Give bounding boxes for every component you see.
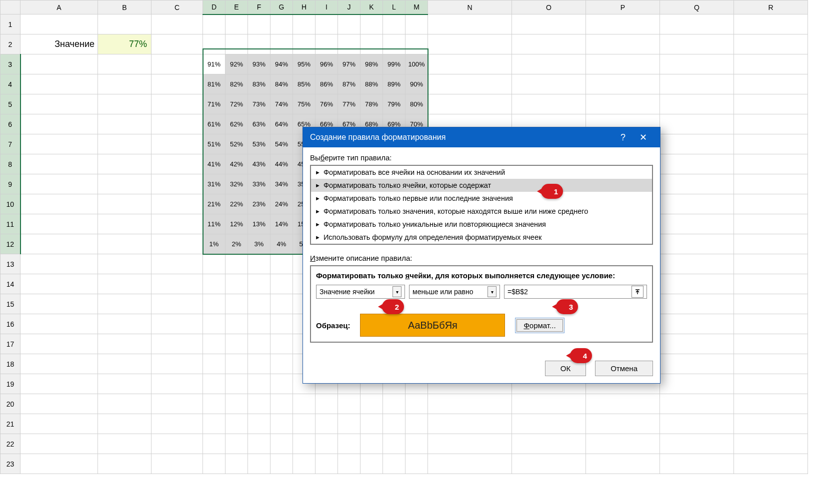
cell[interactable]	[20, 414, 98, 434]
column-header-J[interactable]: J	[338, 0, 360, 14]
cell[interactable]	[152, 214, 203, 234]
row-header-9[interactable]: 9	[0, 174, 20, 194]
rule-type-list[interactable]: ►Форматировать все ячейки на основании и…	[310, 165, 653, 245]
range-picker-icon[interactable]	[632, 286, 644, 298]
pct-cell[interactable]: 33%	[248, 174, 270, 194]
cell[interactable]	[248, 434, 270, 454]
cell[interactable]	[734, 294, 808, 314]
column-header-A[interactable]: A	[20, 0, 98, 14]
pct-cell[interactable]: 74%	[270, 94, 293, 114]
cell[interactable]	[734, 354, 808, 374]
pct-cell[interactable]: 94%	[270, 54, 293, 74]
cell[interactable]	[203, 354, 226, 374]
cell[interactable]	[226, 294, 248, 314]
cell[interactable]	[360, 394, 383, 414]
cell[interactable]	[152, 354, 203, 374]
cell[interactable]	[98, 234, 152, 254]
cell[interactable]	[660, 374, 734, 394]
cell[interactable]	[428, 94, 512, 114]
cell[interactable]	[270, 354, 293, 374]
pct-cell[interactable]: 90%	[406, 74, 428, 94]
cell[interactable]	[20, 314, 98, 334]
cell[interactable]	[98, 294, 152, 314]
cell[interactable]	[226, 34, 248, 54]
row-header-16[interactable]: 16	[0, 314, 20, 334]
cell[interactable]	[226, 454, 248, 474]
cell[interactable]	[660, 214, 734, 234]
cell[interactable]	[734, 374, 808, 394]
row-header-20[interactable]: 20	[0, 394, 20, 414]
pct-cell[interactable]: 93%	[248, 54, 270, 74]
cell[interactable]	[660, 434, 734, 454]
cell[interactable]	[98, 74, 152, 94]
cell[interactable]	[512, 34, 586, 54]
cell[interactable]	[512, 414, 586, 434]
cell[interactable]	[152, 234, 203, 254]
pct-cell[interactable]: 96%	[316, 54, 338, 74]
cell[interactable]	[316, 394, 338, 414]
cell[interactable]	[226, 254, 248, 274]
pct-cell[interactable]: 32%	[226, 174, 248, 194]
row-header-11[interactable]: 11	[0, 214, 20, 234]
cell[interactable]	[248, 414, 270, 434]
row-header-19[interactable]: 19	[0, 374, 20, 394]
cell[interactable]	[203, 414, 226, 434]
cell[interactable]	[734, 114, 808, 134]
cell[interactable]	[20, 334, 98, 354]
pct-cell[interactable]: 64%	[270, 114, 293, 134]
cell[interactable]	[152, 114, 203, 134]
cell[interactable]	[406, 454, 428, 474]
pct-cell[interactable]: 71%	[203, 94, 226, 114]
pct-cell[interactable]: 51%	[203, 134, 226, 154]
pct-cell[interactable]: 2%	[226, 234, 248, 254]
rule-type-item[interactable]: ►Форматировать только ячейки, которые со…	[311, 179, 652, 192]
cell[interactable]	[20, 354, 98, 374]
cell[interactable]	[270, 414, 293, 434]
cell[interactable]	[734, 174, 808, 194]
cell[interactable]	[98, 194, 152, 214]
value-cell[interactable]: 77%	[98, 34, 152, 54]
row-header-13[interactable]: 13	[0, 254, 20, 274]
pct-cell[interactable]: 78%	[360, 94, 383, 114]
pct-cell[interactable]: 12%	[226, 214, 248, 234]
cell[interactable]	[270, 314, 293, 334]
cell[interactable]	[734, 234, 808, 254]
pct-cell[interactable]: 21%	[203, 194, 226, 214]
cell[interactable]	[248, 354, 270, 374]
cell[interactable]	[338, 34, 360, 54]
cell[interactable]	[293, 34, 316, 54]
row-header-15[interactable]: 15	[0, 294, 20, 314]
row-header-14[interactable]: 14	[0, 274, 20, 294]
cell[interactable]	[20, 134, 98, 154]
pct-cell[interactable]: 73%	[248, 94, 270, 114]
cell[interactable]	[152, 414, 203, 434]
column-header-B[interactable]: B	[98, 0, 152, 14]
cell[interactable]	[428, 414, 512, 434]
cell[interactable]	[203, 294, 226, 314]
cell[interactable]	[338, 434, 360, 454]
cell[interactable]	[383, 414, 406, 434]
cell[interactable]	[406, 14, 428, 34]
cell[interactable]	[152, 394, 203, 414]
cell[interactable]	[152, 254, 203, 274]
column-header-N[interactable]: N	[428, 0, 512, 14]
cell[interactable]	[512, 14, 586, 34]
cell[interactable]	[428, 434, 512, 454]
cell[interactable]	[270, 274, 293, 294]
pct-cell[interactable]: 83%	[248, 74, 270, 94]
cell[interactable]	[660, 34, 734, 54]
cell[interactable]	[152, 334, 203, 354]
pct-cell[interactable]: 79%	[383, 94, 406, 114]
pct-cell[interactable]: 62%	[226, 114, 248, 134]
cell[interactable]	[226, 374, 248, 394]
column-header-I[interactable]: I	[316, 0, 338, 14]
rule-type-item[interactable]: ►Форматировать только уникальные или пов…	[311, 218, 652, 231]
cell[interactable]	[270, 394, 293, 414]
cell[interactable]	[406, 414, 428, 434]
pct-cell[interactable]: 99%	[383, 54, 406, 74]
row-header-18[interactable]: 18	[0, 354, 20, 374]
cell[interactable]	[248, 294, 270, 314]
pct-cell[interactable]: 80%	[406, 94, 428, 114]
pct-cell[interactable]: 23%	[248, 194, 270, 214]
cell[interactable]	[734, 194, 808, 214]
